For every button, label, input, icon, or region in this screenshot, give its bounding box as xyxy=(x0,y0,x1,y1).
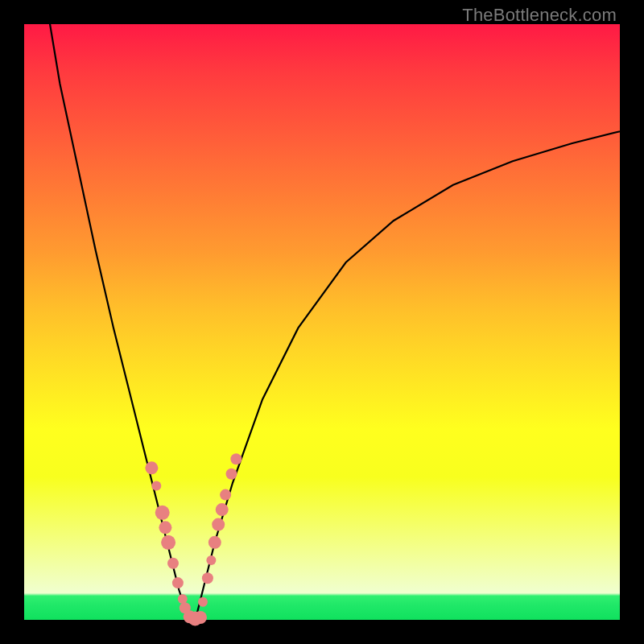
data-marker xyxy=(198,597,208,607)
data-marker xyxy=(167,558,179,569)
chart-frame: TheBottleneck.com xyxy=(0,0,644,644)
data-marker xyxy=(206,555,216,565)
data-marker xyxy=(208,536,221,549)
data-marker xyxy=(151,481,161,491)
data-marker xyxy=(161,535,175,550)
data-marker xyxy=(220,489,231,501)
data-marker xyxy=(145,461,158,474)
data-marker xyxy=(178,594,188,604)
chart-svg xyxy=(24,24,620,620)
data-marker xyxy=(172,577,184,588)
marker-group xyxy=(145,453,242,625)
data-marker xyxy=(226,469,237,480)
data-marker xyxy=(194,611,207,624)
data-marker xyxy=(230,453,242,464)
data-marker xyxy=(155,506,170,520)
data-marker xyxy=(216,503,229,516)
data-marker xyxy=(202,572,213,584)
watermark-text: TheBottleneck.com xyxy=(462,5,617,26)
bottleneck-curve xyxy=(48,12,620,620)
data-marker xyxy=(159,521,171,534)
data-marker xyxy=(212,518,225,531)
